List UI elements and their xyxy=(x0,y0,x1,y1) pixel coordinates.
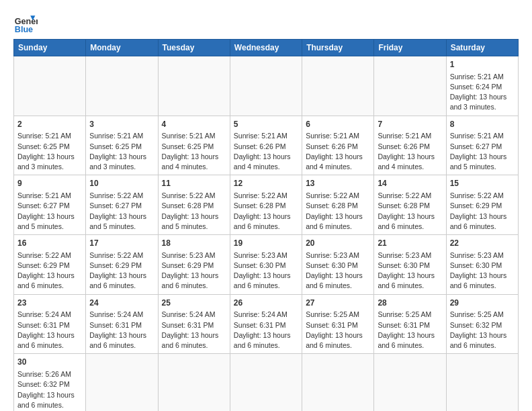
day-of-week-header: Tuesday xyxy=(158,40,230,56)
calendar-day-cell xyxy=(302,354,374,411)
calendar-day-cell: 29Sunrise: 5:25 AMSunset: 6:32 PMDayligh… xyxy=(446,294,518,354)
calendar-day-cell: 20Sunrise: 5:23 AMSunset: 6:30 PMDayligh… xyxy=(302,235,374,295)
day-number: 14 xyxy=(378,178,442,189)
day-info: Sunrise: 5:25 AMSunset: 6:31 PMDaylight:… xyxy=(378,310,442,351)
calendar-day-cell: 14Sunrise: 5:22 AMSunset: 6:28 PMDayligh… xyxy=(374,175,446,235)
day-number: 19 xyxy=(234,238,298,249)
day-of-week-header: Saturday xyxy=(446,40,518,56)
calendar-day-cell: 24Sunrise: 5:24 AMSunset: 6:31 PMDayligh… xyxy=(86,294,158,354)
day-info: Sunrise: 5:22 AMSunset: 6:28 PMDaylight:… xyxy=(234,191,298,232)
calendar-day-cell: 25Sunrise: 5:24 AMSunset: 6:31 PMDayligh… xyxy=(158,294,230,354)
day-info: Sunrise: 5:24 AMSunset: 6:31 PMDaylight:… xyxy=(17,310,82,351)
calendar-day-cell: 5Sunrise: 5:21 AMSunset: 6:26 PMDaylight… xyxy=(230,116,302,175)
day-number: 10 xyxy=(89,178,154,189)
calendar-day-cell xyxy=(86,56,158,116)
day-info: Sunrise: 5:23 AMSunset: 6:30 PMDaylight:… xyxy=(234,250,298,291)
logo-icon: General Blue xyxy=(13,11,38,35)
calendar-day-cell: 16Sunrise: 5:22 AMSunset: 6:29 PMDayligh… xyxy=(14,235,86,295)
calendar-day-cell xyxy=(374,56,446,116)
day-number: 24 xyxy=(89,298,154,309)
day-info: Sunrise: 5:22 AMSunset: 6:29 PMDaylight:… xyxy=(17,250,82,291)
day-number: 1 xyxy=(450,59,515,71)
calendar-day-cell: 19Sunrise: 5:23 AMSunset: 6:30 PMDayligh… xyxy=(230,235,302,295)
calendar-day-cell: 15Sunrise: 5:22 AMSunset: 6:29 PMDayligh… xyxy=(446,175,518,235)
calendar-header: SundayMondayTuesdayWednesdayThursdayFrid… xyxy=(14,40,519,56)
day-info: Sunrise: 5:21 AMSunset: 6:25 PMDaylight:… xyxy=(162,131,226,172)
calendar-day-cell xyxy=(158,56,230,116)
svg-text:Blue: Blue xyxy=(15,25,33,34)
calendar-day-cell: 27Sunrise: 5:25 AMSunset: 6:31 PMDayligh… xyxy=(302,294,374,354)
day-info: Sunrise: 5:24 AMSunset: 6:31 PMDaylight:… xyxy=(89,310,154,351)
day-of-week-header: Wednesday xyxy=(230,40,302,56)
day-info: Sunrise: 5:25 AMSunset: 6:32 PMDaylight:… xyxy=(450,310,515,351)
day-number: 7 xyxy=(378,119,442,130)
day-info: Sunrise: 5:26 AMSunset: 6:32 PMDaylight:… xyxy=(17,369,82,410)
calendar-week-row: 9Sunrise: 5:21 AMSunset: 6:27 PMDaylight… xyxy=(14,175,519,235)
day-info: Sunrise: 5:23 AMSunset: 6:30 PMDaylight:… xyxy=(306,250,370,291)
day-number: 30 xyxy=(17,357,82,368)
day-number: 12 xyxy=(234,178,298,189)
day-number: 13 xyxy=(306,178,370,189)
day-number: 2 xyxy=(17,119,82,130)
calendar-day-cell xyxy=(158,354,230,411)
day-info: Sunrise: 5:24 AMSunset: 6:31 PMDaylight:… xyxy=(234,310,298,351)
day-number: 21 xyxy=(378,238,442,249)
day-number: 28 xyxy=(378,298,442,309)
day-of-week-header: Thursday xyxy=(302,40,374,56)
day-info: Sunrise: 5:21 AMSunset: 6:27 PMDaylight:… xyxy=(450,131,515,172)
day-info: Sunrise: 5:23 AMSunset: 6:29 PMDaylight:… xyxy=(162,250,226,291)
day-info: Sunrise: 5:21 AMSunset: 6:25 PMDaylight:… xyxy=(89,131,154,172)
day-number: 6 xyxy=(306,119,370,130)
calendar-body: 1Sunrise: 5:21 AMSunset: 6:24 PMDaylight… xyxy=(14,56,519,412)
day-info: Sunrise: 5:22 AMSunset: 6:28 PMDaylight:… xyxy=(306,191,370,232)
calendar-day-cell: 23Sunrise: 5:24 AMSunset: 6:31 PMDayligh… xyxy=(14,294,86,354)
day-number: 18 xyxy=(162,238,226,249)
day-of-week-header: Friday xyxy=(374,40,446,56)
day-of-week-header: Monday xyxy=(86,40,158,56)
day-info: Sunrise: 5:25 AMSunset: 6:31 PMDaylight:… xyxy=(306,310,370,351)
calendar-day-cell: 10Sunrise: 5:22 AMSunset: 6:27 PMDayligh… xyxy=(86,175,158,235)
calendar-day-cell xyxy=(230,56,302,116)
day-info: Sunrise: 5:22 AMSunset: 6:28 PMDaylight:… xyxy=(162,191,226,232)
calendar-week-row: 1Sunrise: 5:21 AMSunset: 6:24 PMDaylight… xyxy=(14,56,519,116)
calendar-week-row: 30Sunrise: 5:26 AMSunset: 6:32 PMDayligh… xyxy=(14,354,519,411)
day-number: 8 xyxy=(450,119,515,130)
calendar-day-cell: 4Sunrise: 5:21 AMSunset: 6:25 PMDaylight… xyxy=(158,116,230,175)
day-info: Sunrise: 5:22 AMSunset: 6:28 PMDaylight:… xyxy=(378,191,442,232)
day-number: 3 xyxy=(89,119,154,130)
calendar-day-cell: 18Sunrise: 5:23 AMSunset: 6:29 PMDayligh… xyxy=(158,235,230,295)
calendar-day-cell: 3Sunrise: 5:21 AMSunset: 6:25 PMDaylight… xyxy=(86,116,158,175)
calendar-day-cell xyxy=(446,354,518,411)
days-of-week-row: SundayMondayTuesdayWednesdayThursdayFrid… xyxy=(14,40,519,56)
calendar-week-row: 2Sunrise: 5:21 AMSunset: 6:25 PMDaylight… xyxy=(14,116,519,175)
page-header: General Blue xyxy=(13,11,519,35)
day-info: Sunrise: 5:24 AMSunset: 6:31 PMDaylight:… xyxy=(162,310,226,351)
day-number: 26 xyxy=(234,298,298,309)
day-info: Sunrise: 5:21 AMSunset: 6:26 PMDaylight:… xyxy=(306,131,370,172)
day-info: Sunrise: 5:22 AMSunset: 6:29 PMDaylight:… xyxy=(450,191,515,232)
day-info: Sunrise: 5:21 AMSunset: 6:25 PMDaylight:… xyxy=(17,131,82,172)
day-info: Sunrise: 5:23 AMSunset: 6:30 PMDaylight:… xyxy=(450,250,515,291)
calendar-day-cell: 28Sunrise: 5:25 AMSunset: 6:31 PMDayligh… xyxy=(374,294,446,354)
day-number: 15 xyxy=(450,178,515,189)
calendar-day-cell: 2Sunrise: 5:21 AMSunset: 6:25 PMDaylight… xyxy=(14,116,86,175)
calendar-day-cell: 11Sunrise: 5:22 AMSunset: 6:28 PMDayligh… xyxy=(158,175,230,235)
calendar-day-cell xyxy=(374,354,446,411)
day-number: 5 xyxy=(234,119,298,130)
day-info: Sunrise: 5:21 AMSunset: 6:24 PMDaylight:… xyxy=(450,72,515,113)
day-number: 11 xyxy=(162,178,226,189)
day-number: 16 xyxy=(17,238,82,249)
calendar-table: SundayMondayTuesdayWednesdayThursdayFrid… xyxy=(13,39,519,411)
calendar-day-cell xyxy=(14,56,86,116)
calendar-day-cell: 26Sunrise: 5:24 AMSunset: 6:31 PMDayligh… xyxy=(230,294,302,354)
calendar-day-cell: 22Sunrise: 5:23 AMSunset: 6:30 PMDayligh… xyxy=(446,235,518,295)
calendar-day-cell xyxy=(230,354,302,411)
calendar-day-cell xyxy=(302,56,374,116)
calendar-day-cell: 1Sunrise: 5:21 AMSunset: 6:24 PMDaylight… xyxy=(446,56,518,116)
calendar-day-cell: 13Sunrise: 5:22 AMSunset: 6:28 PMDayligh… xyxy=(302,175,374,235)
calendar-day-cell: 17Sunrise: 5:22 AMSunset: 6:29 PMDayligh… xyxy=(86,235,158,295)
calendar-day-cell: 30Sunrise: 5:26 AMSunset: 6:32 PMDayligh… xyxy=(14,354,86,411)
calendar-week-row: 23Sunrise: 5:24 AMSunset: 6:31 PMDayligh… xyxy=(14,294,519,354)
day-number: 27 xyxy=(306,298,370,309)
day-info: Sunrise: 5:21 AMSunset: 6:26 PMDaylight:… xyxy=(234,131,298,172)
